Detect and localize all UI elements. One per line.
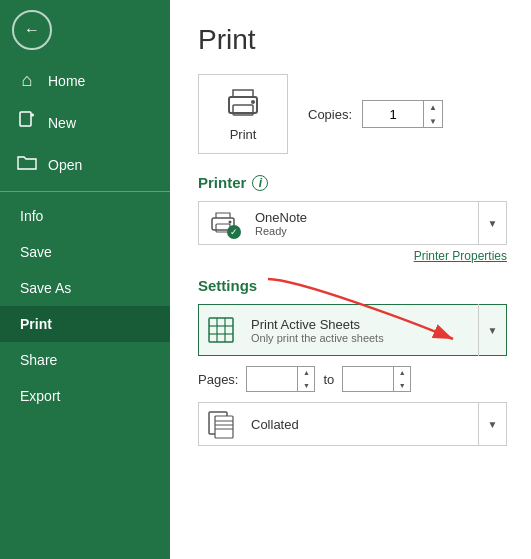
svg-rect-16 xyxy=(215,416,233,438)
printer-dropdown[interactable]: ✓ OneNote Ready ▼ xyxy=(198,201,507,245)
info-icon: i xyxy=(252,175,268,191)
print-scope-main: Print Active Sheets xyxy=(251,317,470,332)
ready-badge: ✓ xyxy=(227,225,241,239)
printer-dropdown-arrow[interactable]: ▼ xyxy=(478,201,506,245)
collated-dropdown-arrow[interactable]: ▼ xyxy=(478,402,506,446)
copies-down-arrow[interactable]: ▼ xyxy=(424,114,442,128)
svg-rect-9 xyxy=(209,318,233,342)
sidebar-item-export[interactable]: Export xyxy=(0,378,170,414)
copies-section: Copies: ▲ ▼ xyxy=(308,100,443,128)
back-icon: ← xyxy=(24,21,40,39)
printer-status: Ready xyxy=(255,225,470,237)
pages-from-up[interactable]: ▲ xyxy=(298,366,314,379)
sidebar-item-save[interactable]: Save xyxy=(0,234,170,270)
printer-properties-link[interactable]: Printer Properties xyxy=(198,249,507,263)
pages-to-up[interactable]: ▲ xyxy=(394,366,410,379)
collated-dropdown[interactable]: Collated ▼ xyxy=(198,402,507,446)
copies-input-wrap: ▲ ▼ xyxy=(362,100,443,128)
printer-icon-wrap: ✓ xyxy=(199,201,247,245)
svg-point-5 xyxy=(251,100,255,104)
active-sheets-icon xyxy=(206,315,236,345)
settings-dropdown-arrow[interactable]: ▼ xyxy=(478,304,506,356)
copies-label: Copies: xyxy=(308,107,352,122)
print-btn-label: Print xyxy=(230,127,257,142)
collated-icon-wrap xyxy=(199,402,243,446)
settings-print-scope-dropdown[interactable]: Print Active Sheets Only print the activ… xyxy=(198,304,507,356)
home-icon: ⌂ xyxy=(16,70,38,91)
new-icon xyxy=(16,111,38,134)
print-section: Print Copies: ▲ ▼ xyxy=(198,74,507,154)
printer-info: OneNote Ready xyxy=(247,206,478,241)
back-button[interactable]: ← xyxy=(12,10,52,50)
sidebar-label-home: Home xyxy=(48,73,85,89)
pages-to-wrap: ▲ ▼ xyxy=(342,366,411,392)
sidebar-item-open[interactable]: Open xyxy=(0,144,170,185)
print-scope-sub: Only print the active sheets xyxy=(251,332,470,344)
pages-from-input[interactable] xyxy=(247,367,297,391)
pages-to-input[interactable] xyxy=(343,367,393,391)
settings-print-scope-text: Print Active Sheets Only print the activ… xyxy=(243,313,478,348)
to-label: to xyxy=(323,372,334,387)
open-icon xyxy=(16,154,38,175)
collated-icon xyxy=(206,409,236,439)
sidebar-item-info[interactable]: Info xyxy=(0,198,170,234)
svg-point-8 xyxy=(229,221,232,224)
sidebar-item-print[interactable]: Print xyxy=(0,306,170,342)
settings-section-title: Settings xyxy=(198,277,507,294)
copies-up-arrow[interactable]: ▲ xyxy=(424,100,442,114)
pages-label: Pages: xyxy=(198,372,238,387)
pages-from-down[interactable]: ▼ xyxy=(298,379,314,392)
pages-row: Pages: ▲ ▼ to ▲ ▼ xyxy=(198,366,507,392)
main-content: Print Print Copies: ▲ ▼ Printer xyxy=(170,0,531,559)
pages-to-down[interactable]: ▼ xyxy=(394,379,410,392)
printer-name: OneNote xyxy=(255,210,470,225)
copies-input[interactable] xyxy=(363,101,423,127)
sidebar-label-open: Open xyxy=(48,157,82,173)
print-button[interactable]: Print xyxy=(198,74,288,154)
pages-from-wrap: ▲ ▼ xyxy=(246,366,315,392)
sidebar: ← ⌂ Home New Open Info Save Save As xyxy=(0,0,170,559)
print-scope-icon-wrap xyxy=(199,304,243,356)
page-title: Print xyxy=(198,24,507,56)
collated-label: Collated xyxy=(243,413,478,436)
printer-icon xyxy=(223,87,263,121)
sidebar-item-new[interactable]: New xyxy=(0,101,170,144)
svg-rect-0 xyxy=(20,112,31,126)
sidebar-item-save-as[interactable]: Save As xyxy=(0,270,170,306)
sidebar-item-share[interactable]: Share xyxy=(0,342,170,378)
sidebar-label-new: New xyxy=(48,115,76,131)
sidebar-item-home[interactable]: ⌂ Home xyxy=(0,60,170,101)
printer-section-title: Printer i xyxy=(198,174,507,191)
